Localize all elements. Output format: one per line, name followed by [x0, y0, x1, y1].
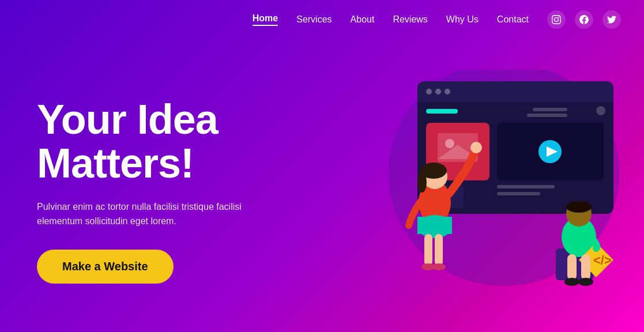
facebook-icon[interactable] [575, 10, 593, 29]
hero-section: Your Idea Matters! Pulvinar enim ac tort… [0, 39, 644, 331]
svg-point-13 [445, 139, 454, 148]
nav-whyus[interactable]: Why Us [446, 14, 479, 25]
svg-point-10 [596, 106, 605, 115]
twitter-icon[interactable] [602, 10, 621, 29]
svg-rect-8 [533, 108, 567, 111]
svg-rect-19 [497, 185, 555, 188]
navbar: Home Services About Reviews Why Us Conta… [0, 0, 644, 39]
hero-description: Pulvinar enim ac tortor nulla facilisi t… [37, 199, 285, 229]
nav-about[interactable]: About [351, 14, 375, 25]
svg-rect-38 [567, 254, 577, 280]
svg-rect-7 [426, 109, 458, 114]
svg-rect-39 [581, 254, 590, 280]
svg-point-24 [417, 172, 427, 193]
svg-rect-9 [527, 114, 567, 117]
hero-illustration: </> [337, 51, 625, 331]
instagram-icon[interactable] [547, 10, 566, 29]
svg-rect-26 [417, 217, 452, 234]
nav-contact[interactable]: Contact [497, 14, 529, 25]
svg-rect-20 [497, 192, 540, 195]
svg-point-30 [432, 263, 446, 270]
nav-home[interactable]: Home [253, 13, 278, 26]
svg-rect-27 [424, 234, 432, 266]
hero-text-block: Your Idea Matters! Pulvinar enim ac tort… [37, 98, 337, 283]
nav-services[interactable]: Services [296, 14, 332, 25]
svg-point-6 [445, 89, 450, 95]
svg-rect-3 [417, 95, 613, 102]
svg-point-5 [435, 89, 441, 95]
svg-point-35 [566, 201, 592, 213]
svg-point-31 [470, 142, 482, 153]
svg-point-4 [426, 89, 432, 95]
svg-text:</>: </> [593, 253, 612, 267]
hero-title: Your Idea Matters! [37, 98, 337, 185]
illustration-svg: </> [337, 70, 625, 312]
social-icons [547, 10, 621, 29]
svg-rect-28 [435, 234, 443, 266]
svg-point-40 [564, 278, 579, 286]
cta-button[interactable]: Make a Website [37, 250, 174, 284]
svg-point-41 [578, 278, 593, 286]
nav-reviews[interactable]: Reviews [393, 14, 427, 25]
